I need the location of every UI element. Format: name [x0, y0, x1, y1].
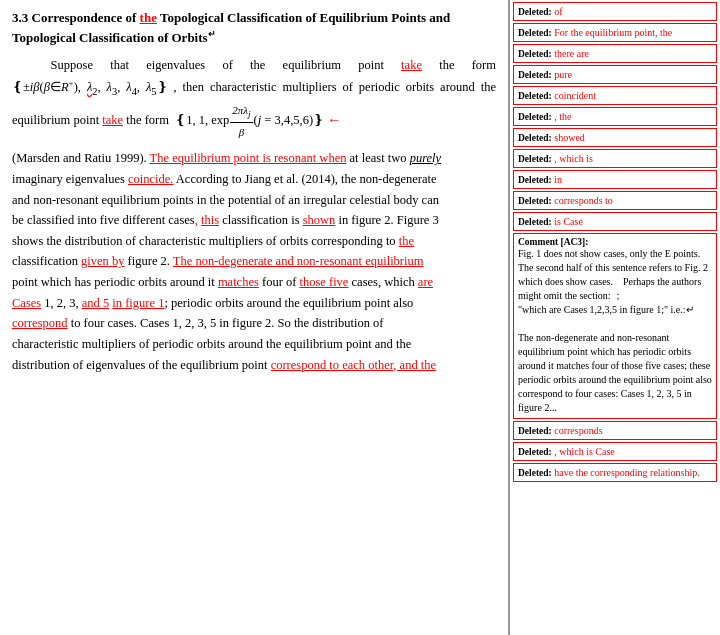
deleted-label: Deleted:: [518, 91, 552, 101]
sidebar-deleted-4: Deleted: pure: [513, 65, 717, 84]
section-title-start: Correspondence of: [32, 10, 140, 25]
set-notation: ❴±iβ(β∈R+), λ2, λ3, λ4, λ5❵: [12, 80, 173, 94]
inline-correction-take2: take: [102, 113, 123, 127]
deleted-content: there are: [554, 48, 589, 59]
deleted-content: , which is: [554, 153, 593, 164]
deleted-label: Deleted:: [518, 426, 552, 436]
deleted-content: showed: [554, 132, 585, 143]
sidebar-deleted-14: Deleted: have the corresponding relation…: [513, 463, 717, 482]
sidebar-deleted-1: Deleted: of: [513, 2, 717, 21]
deleted-label: Deleted:: [518, 70, 552, 80]
section-number: 3.3: [12, 10, 28, 25]
comment-label: Comment [AC3]:: [518, 237, 712, 247]
sidebar-deleted-8: Deleted: , which is: [513, 149, 717, 168]
paragraph-2: (Marsden and Ratiu 1999). The equilibriu…: [12, 148, 496, 375]
deleted-content: in: [554, 174, 562, 185]
sidebar-deleted-13: Deleted: , which is Case: [513, 442, 717, 461]
sidebar-deleted-7: Deleted: showed: [513, 128, 717, 147]
comment-text: Fig. 1 does not show cases, only the E p…: [518, 247, 712, 415]
sidebar-deleted-9: Deleted: in: [513, 170, 717, 189]
deleted-label: Deleted:: [518, 7, 552, 17]
deleted-label: Deleted:: [518, 468, 552, 478]
deleted-content: coincident: [554, 90, 596, 101]
sidebar-deleted-2: Deleted: For the equilibrium point, the: [513, 23, 717, 42]
sidebar-deleted-3: Deleted: there are: [513, 44, 717, 63]
section-title-link: the: [140, 10, 157, 25]
section-title-end: Topological Classification of Equilibriu…: [160, 10, 450, 25]
deleted-content: , the: [554, 111, 571, 122]
deleted-label: Deleted:: [518, 447, 552, 457]
deleted-content: For the equilibrium point, the: [554, 27, 672, 38]
deleted-label: Deleted:: [518, 196, 552, 206]
sidebar: Deleted: of Deleted: For the equilibrium…: [510, 0, 720, 635]
section-subtitle: Topological Classification of Orbits↵: [12, 30, 216, 45]
paragraph-1: Suppose that eigenvalues of the equilibr…: [12, 55, 496, 142]
sidebar-deleted-12: Deleted: corresponds: [513, 421, 717, 440]
deleted-content: have the corresponding relationship.: [554, 467, 700, 478]
inline-correction-take: take: [401, 58, 422, 72]
deleted-label: Deleted:: [518, 28, 552, 38]
sidebar-deleted-11: Deleted: is Case: [513, 212, 717, 231]
deleted-content: is Case: [554, 216, 583, 227]
deleted-label: Deleted:: [518, 133, 552, 143]
main-content: 3.3 Correspondence of the Topological Cl…: [0, 0, 510, 635]
deleted-label: Deleted:: [518, 175, 552, 185]
formula: ❴1, 1, exp 2πλj β (j = 3,4,5,6)❵: [175, 113, 327, 127]
deleted-content: corresponds to: [554, 195, 613, 206]
deleted-content: corresponds: [554, 425, 602, 436]
deleted-label: Deleted:: [518, 217, 552, 227]
deleted-label: Deleted:: [518, 49, 552, 59]
deleted-label: Deleted:: [518, 154, 552, 164]
sidebar-deleted-5: Deleted: coincident: [513, 86, 717, 105]
deleted-content: pure: [554, 69, 572, 80]
deleted-content: , which is Case: [554, 446, 615, 457]
sidebar-deleted-10: Deleted: corresponds to: [513, 191, 717, 210]
sidebar-deleted-6: Deleted: , the: [513, 107, 717, 126]
sidebar-comment-ac3: Comment [AC3]: Fig. 1 does not show case…: [513, 233, 717, 419]
deleted-content: of: [554, 6, 562, 17]
deleted-label: Deleted:: [518, 112, 552, 122]
section-title: 3.3 Correspondence of the Topological Cl…: [12, 8, 496, 47]
